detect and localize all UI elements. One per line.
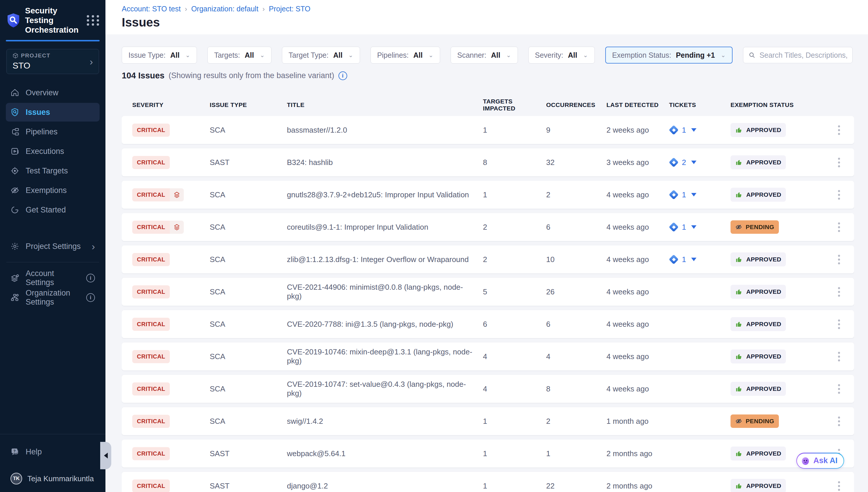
tickets-cell[interactable]: 1 — [669, 125, 731, 135]
issues-table: CRITICAL SCA bassmaster//1.2.0 1 9 2 wee… — [122, 116, 854, 492]
table-row[interactable]: CRITICAL SAST django@1.2 1 22 2 months a… — [122, 472, 854, 492]
row-menu-button[interactable] — [836, 317, 842, 331]
accent-divider — [6, 40, 100, 41]
exemption-status-label: APPROVED — [746, 483, 781, 489]
eye-off-icon — [735, 418, 742, 425]
search-input[interactable] — [759, 51, 847, 59]
occurrences: 6 — [546, 320, 606, 329]
eye-off-icon — [735, 224, 742, 230]
row-menu-button[interactable] — [836, 220, 842, 234]
issue-title: swig//1.4.2 — [287, 417, 483, 426]
row-menu-button[interactable] — [836, 349, 842, 364]
table-row[interactable]: CRITICAL SCA CVE-2019-10747: set-value@0… — [122, 375, 854, 403]
row-menu-button[interactable] — [836, 382, 842, 396]
filter-exemption-status[interactable]: Exemption Status: Pending +1 ⌄ — [605, 47, 733, 64]
sidebar-item-executions[interactable]: Executions — [6, 142, 100, 161]
chevron-down-icon: ⌄ — [720, 52, 726, 58]
jira-ticket-icon — [669, 158, 678, 167]
row-menu-button[interactable] — [836, 285, 842, 299]
avatar: TK — [10, 473, 22, 485]
targets-impacted: 5 — [483, 287, 546, 296]
thumbs-up-icon — [735, 385, 743, 393]
sidebar-item-account-settings[interactable]: Account Settings i — [6, 269, 100, 287]
project-selector[interactable]: PROJECT STO › — [6, 49, 99, 74]
row-menu-button[interactable] — [836, 252, 842, 267]
occurrences: 2 — [546, 417, 606, 426]
info-icon[interactable]: i — [339, 71, 347, 80]
row-menu-button[interactable] — [836, 414, 842, 428]
variants-layers-icon — [170, 221, 184, 234]
user-profile[interactable]: TK Teja Kummarikuntla — [6, 473, 100, 485]
exemption-status-badge: APPROVED — [731, 479, 786, 492]
tickets-cell[interactable]: 2 — [669, 158, 731, 167]
row-menu-button[interactable] — [836, 123, 842, 137]
thumbs-up-icon — [735, 191, 743, 198]
severity-badge: CRITICAL — [132, 156, 170, 169]
sidebar-item-test-targets[interactable]: Test Targets — [6, 162, 100, 180]
issue-title: CVE-2020-7788: ini@1.3.5 (lang-pkgs, nod… — [287, 320, 483, 329]
last-detected: 3 weeks ago — [606, 158, 669, 167]
tickets-cell[interactable]: 1 — [669, 190, 731, 199]
tickets-cell[interactable]: 1 — [669, 255, 731, 264]
table-row[interactable]: CRITICAL SCA swig//1.4.2 1 2 1 month ago… — [122, 407, 854, 435]
sidebar-item-get-started[interactable]: Get Started — [6, 200, 100, 219]
breadcrumb-project-link[interactable]: Project: STO — [269, 5, 311, 13]
table-row[interactable]: CRITICAL SCA CVE-2020-7788: ini@1.3.5 (l… — [122, 310, 854, 338]
sidebar-item-label: Help — [26, 447, 42, 457]
ticket-dropdown-icon[interactable] — [691, 128, 696, 132]
sidebar-item-overview[interactable]: Overview — [6, 83, 100, 102]
row-menu-button[interactable] — [836, 155, 842, 170]
app-header: Security Testing Orchestration — [0, 0, 105, 40]
shield-search-icon — [10, 108, 19, 117]
tickets-cell[interactable]: 1 — [669, 222, 731, 232]
sidebar-item-exemptions[interactable]: Exemptions — [6, 181, 100, 200]
breadcrumb-account-link[interactable]: Account: STO test — [122, 5, 181, 13]
table-header: SEVERITY ISSUE TYPE TITLE TARGETS IMPACT… — [122, 98, 854, 112]
sidebar-item-help[interactable]: ? Help — [6, 442, 100, 461]
table-row[interactable]: CRITICAL SCA CVE-2021-44906: minimist@0.… — [122, 278, 854, 306]
filter-target-type[interactable]: Target Type: All ⌄ — [282, 47, 360, 64]
table-row[interactable]: CRITICAL SCA coreutils@9.1-1: Improper I… — [122, 213, 854, 241]
filter-scanner[interactable]: Scanner: All ⌄ — [451, 47, 518, 64]
sidebar-item-label: Overview — [26, 88, 58, 97]
issue-type: SCA — [210, 352, 287, 361]
filter-severity[interactable]: Severity: All ⌄ — [528, 47, 595, 64]
targets-impacted: 4 — [483, 352, 546, 361]
table-row[interactable]: CRITICAL SAST webpack@5.64.1 1 1 2 month… — [122, 440, 854, 468]
ask-ai-button[interactable]: Ask AI — [796, 453, 844, 469]
filter-value: Pending +1 — [676, 51, 715, 59]
table-row[interactable]: CRITICAL SAST B324: hashlib 8 32 3 weeks… — [122, 148, 854, 176]
last-detected: 4 weeks ago — [606, 255, 669, 264]
jira-ticket-icon — [669, 222, 678, 232]
sidebar-item-project-settings[interactable]: Project Settings › — [6, 237, 100, 255]
filter-pipelines[interactable]: Pipelines: All ⌄ — [370, 47, 440, 64]
ticket-dropdown-icon[interactable] — [691, 225, 696, 229]
sto-logo-shield-icon — [6, 13, 20, 28]
eye-off-icon — [10, 186, 19, 195]
severity-badge: CRITICAL — [132, 415, 170, 428]
table-row[interactable]: CRITICAL SCA zlib@1:1.2.13.dfsg-1: Integ… — [122, 245, 854, 273]
row-menu-button[interactable] — [836, 479, 842, 492]
sidebar-item-organization-settings[interactable]: Organization Settings i — [6, 288, 100, 307]
ticket-dropdown-icon[interactable] — [691, 193, 696, 196]
user-name: Teja Kummarikuntla — [27, 474, 94, 483]
info-icon[interactable]: i — [86, 274, 95, 282]
app-switcher-grid-icon[interactable] — [86, 14, 100, 27]
table-row[interactable]: CRITICAL SCA gnutls28@3.7.9-2+deb12u5: I… — [122, 181, 854, 209]
row-menu-button[interactable] — [836, 188, 842, 202]
sidebar-collapse-handle[interactable] — [100, 442, 111, 469]
table-row[interactable]: CRITICAL SCA CVE-2019-10746: mixin-deep@… — [122, 343, 854, 370]
filter-targets[interactable]: Targets: All ⌄ — [207, 47, 271, 64]
sidebar-item-pipelines[interactable]: Pipelines — [6, 122, 100, 141]
thumbs-up-icon — [735, 353, 743, 360]
issue-title: bassmaster//1.2.0 — [287, 126, 483, 135]
table-row[interactable]: CRITICAL SCA bassmaster//1.2.0 1 9 2 wee… — [122, 116, 854, 144]
breadcrumb-organization-link[interactable]: Organization: default — [191, 5, 258, 13]
filter-issue-type[interactable]: Issue Type: All ⌄ — [122, 47, 197, 64]
ticket-dropdown-icon[interactable] — [691, 258, 696, 261]
sidebar-item-issues[interactable]: Issues — [6, 103, 100, 122]
ticket-dropdown-icon[interactable] — [691, 161, 696, 164]
col-exemption-status: EXEMPTION STATUS — [731, 101, 818, 108]
ticket-count: 1 — [682, 255, 686, 264]
info-icon[interactable]: i — [86, 293, 95, 302]
